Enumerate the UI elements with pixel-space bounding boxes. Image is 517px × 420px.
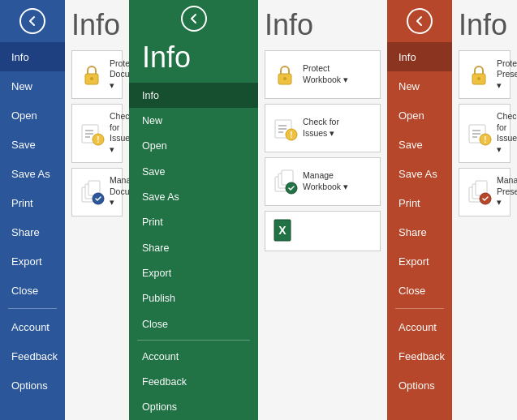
excel-nav-account[interactable]: Account <box>129 344 258 369</box>
sidebar-item-save-ppt[interactable]: Save <box>387 130 452 159</box>
protect-document-card[interactable]: ProtectDocument ▾ <box>71 50 123 99</box>
protect-document-label: ProtectDocument ▾ <box>110 58 129 92</box>
excel-back-button[interactable] <box>129 0 258 37</box>
sidebar-item-print-word[interactable]: Print <box>0 188 65 217</box>
excel-nav-save[interactable]: Save <box>129 159 258 184</box>
divider-excel <box>137 340 250 341</box>
excel-info-title: Info <box>265 8 381 42</box>
sidebar-item-saveas-word[interactable]: Save As <box>0 159 65 188</box>
word-sidebar: Info New Open Save Save As Print Share E… <box>0 0 65 420</box>
excel-nav-close[interactable]: Close <box>129 311 258 336</box>
svg-point-14 <box>283 77 287 80</box>
protect-workbook-label: ProtectWorkbook ▾ <box>303 63 348 85</box>
sidebar-item-share-ppt[interactable]: Share <box>387 217 452 246</box>
word-info-title: Info <box>71 8 123 42</box>
excel-back-icon <box>181 6 207 32</box>
panel-excel-content: Info ProtectWorkbook ▾ <box>258 0 387 420</box>
check-issues-label-excel: Check forIssues ▾ <box>303 117 339 139</box>
sidebar-item-new-ppt[interactable]: New <box>387 71 452 101</box>
check-issues-card-excel[interactable]: ! Check forIssues ▾ <box>265 104 381 152</box>
back-circle-icon <box>19 8 45 34</box>
excel-icon-card[interactable]: X <box>265 211 381 251</box>
excel-nav-options[interactable]: Options <box>129 395 258 420</box>
manage-icon-word <box>79 179 105 205</box>
manage-workbook-card[interactable]: ManageWorkbook ▾ <box>265 157 381 206</box>
ppt-sidebar: Info New Open Save Save As Print Share E… <box>387 0 452 420</box>
excel-nav-saveas[interactable]: Save As <box>129 184 258 209</box>
lock-icon-excel <box>272 62 298 88</box>
manage-document-label: ManageDocument ▾ <box>110 175 129 208</box>
all-panels: Info New Open Save Save As Print Share E… <box>0 0 517 420</box>
check-issues-card-word[interactable]: ! Check forIssues ▾ <box>71 104 123 163</box>
sidebar-item-close-ppt[interactable]: Close <box>387 276 452 305</box>
excel-nav-export[interactable]: Export <box>129 260 258 285</box>
sidebar-item-open-ppt[interactable]: Open <box>387 101 452 130</box>
excel-nav-info[interactable]: Info <box>129 83 258 108</box>
sidebar-item-account-ppt[interactable]: Account <box>387 312 452 341</box>
manage-icon-excel <box>272 169 298 195</box>
excel-nav-new[interactable]: New <box>129 108 258 133</box>
protect-workbook-card[interactable]: ProtectWorkbook ▾ <box>265 50 381 99</box>
sidebar-item-export-ppt[interactable]: Export <box>387 246 452 276</box>
sidebar-item-info-word[interactable]: Info <box>0 42 65 71</box>
sidebar-item-options-word[interactable]: Options <box>0 371 65 400</box>
check-issues-label-word: Check forIssues ▾ <box>110 111 129 156</box>
divider-ppt <box>395 308 444 309</box>
sidebar-item-feedback-ppt[interactable]: Feedback <box>387 341 452 371</box>
manage-icon-ppt <box>466 179 492 205</box>
manage-presentation-label: ManagePresentation ▾ <box>497 175 517 208</box>
protect-presentation-label: ProtectPresentation ▾ <box>497 58 517 92</box>
svg-text:!: ! <box>484 135 486 144</box>
svg-text:!: ! <box>97 135 99 144</box>
check-issues-label-ppt: Check forIssues ▾ <box>497 111 517 156</box>
check-icon-word: ! <box>79 120 105 146</box>
sidebar-item-save-word[interactable]: Save <box>0 130 65 159</box>
svg-text:X: X <box>278 224 287 237</box>
ppt-back-button[interactable] <box>387 0 452 42</box>
svg-text:!: ! <box>290 131 292 139</box>
excel-nav-print[interactable]: Print <box>129 210 258 235</box>
panel-powerpoint: Info New Open Save Save As Print Share E… <box>387 0 517 420</box>
sidebar-item-print-ppt[interactable]: Print <box>387 188 452 217</box>
lock-icon <box>79 62 105 88</box>
excel-full-sidebar: Info Info New Open Save Save As Print Sh… <box>129 0 258 420</box>
manage-workbook-label: ManageWorkbook ▾ <box>303 170 348 192</box>
word-content: Info ProtectDocument ▾ <box>65 0 129 420</box>
sidebar-item-export-word[interactable]: Export <box>0 246 65 276</box>
sidebar-item-new-word[interactable]: New <box>0 71 65 101</box>
protect-presentation-card[interactable]: ProtectPresentation ▾ <box>459 50 511 99</box>
manage-presentation-card[interactable]: ManagePresentation ▾ <box>459 168 511 216</box>
sidebar-item-close-word[interactable]: Close <box>0 276 65 305</box>
excel-full-info-title: Info <box>129 37 258 83</box>
excel-content: Info ProtectWorkbook ▾ <box>258 0 387 420</box>
sidebar-item-options-ppt[interactable]: Options <box>387 371 452 400</box>
svg-point-1 <box>90 77 93 80</box>
sidebar-item-info-ppt[interactable]: Info <box>387 42 452 71</box>
excel-nav-open[interactable]: Open <box>129 134 258 159</box>
sidebar-item-account-word[interactable]: Account <box>0 312 65 341</box>
sidebar-item-open-word[interactable]: Open <box>0 101 65 130</box>
panel-excel-full: Info Info New Open Save Save As Print Sh… <box>129 0 258 420</box>
panel-word: Info New Open Save Save As Print Share E… <box>0 0 129 420</box>
sidebar-item-share-word[interactable]: Share <box>0 217 65 246</box>
manage-document-card[interactable]: ManageDocument ▾ <box>71 168 123 216</box>
ppt-back-icon <box>407 8 433 34</box>
divider-word <box>8 308 57 309</box>
excel-file-icon: X <box>272 218 298 244</box>
check-icon-excel: ! <box>272 115 298 141</box>
sidebar-item-feedback-word[interactable]: Feedback <box>0 341 65 371</box>
check-issues-card-ppt[interactable]: ! Check forIssues ▾ <box>459 104 511 163</box>
word-back-button[interactable] <box>0 0 65 42</box>
ppt-info-title: Info <box>459 8 511 42</box>
check-icon-ppt: ! <box>466 120 492 146</box>
excel-nav-publish[interactable]: Publish <box>129 286 258 311</box>
excel-nav-share[interactable]: Share <box>129 235 258 260</box>
sidebar-item-saveas-ppt[interactable]: Save As <box>387 159 452 188</box>
ppt-content: Info ProtectPresentation ▾ <box>452 0 517 420</box>
svg-point-28 <box>477 77 480 80</box>
excel-nav-feedback[interactable]: Feedback <box>129 369 258 394</box>
lock-icon-ppt <box>466 62 492 88</box>
